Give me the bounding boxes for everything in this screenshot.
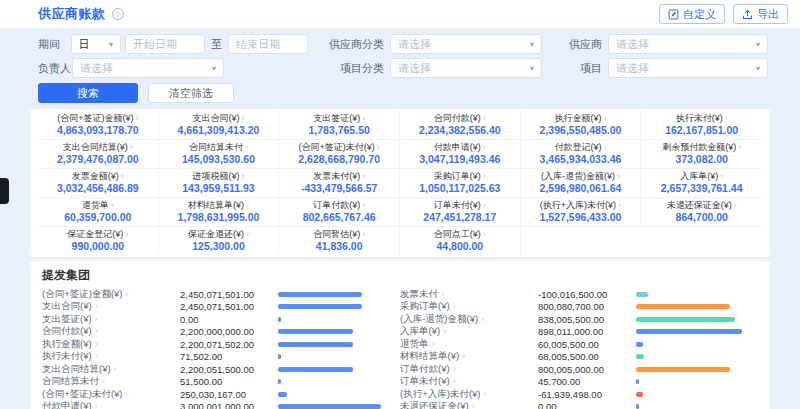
bar — [636, 329, 742, 334]
metric-card[interactable]: 订单未付(¥)› 247,451,278.17 — [400, 198, 521, 227]
group-metric-link[interactable]: 支出合同结算(¥)› — [42, 363, 180, 376]
bar-track — [636, 363, 742, 376]
end-date-input[interactable] — [228, 34, 308, 54]
metric-card[interactable]: 合同暂估(¥)› 41,836.00 — [279, 227, 400, 255]
metric-card[interactable]: 发票未付(¥)› -433,479,566.57 — [279, 169, 400, 198]
export-button[interactable]: 导出 — [733, 4, 788, 24]
project-select[interactable]: 请选择 ▾ — [608, 58, 768, 78]
bar-track — [278, 338, 384, 351]
group-metric-value: 2,200,000,000.00 — [180, 326, 278, 337]
group-metric-link[interactable]: (合同+签证)未付(¥)› — [42, 388, 180, 401]
group-metric-row: 支出签证(¥)› 0.00 — [42, 313, 384, 326]
chevron-right-icon: › — [603, 142, 606, 152]
group-metric-link[interactable]: 支出签证(¥)› — [42, 313, 180, 326]
group-metric-link[interactable]: 入库单(¥)› — [400, 325, 538, 338]
group-metric-link[interactable]: 订单付款(¥)› — [400, 363, 538, 376]
metric-card[interactable]: 支出合同结算(¥)› 2,379,476,087.00 — [38, 140, 159, 169]
caret-down-icon: ▾ — [212, 64, 216, 73]
metric-card[interactable]: 保证金登记(¥)› 990,000.00 — [38, 227, 159, 255]
group-card: 提发集团 (合同+签证)金额(¥)› 2,450,071,501.00 支出合同… — [30, 261, 770, 409]
chevron-right-icon: › — [246, 200, 249, 210]
metric-card[interactable]: 支出签证(¥)› 1,783,765.50 — [279, 111, 400, 140]
group-metric-link[interactable]: 未退还保证金(¥)› — [400, 400, 538, 409]
metric-card[interactable]: 执行金额(¥)› 2,396,550,485.00 — [521, 111, 642, 140]
start-date-input[interactable] — [125, 34, 205, 54]
help-icon[interactable]: ? — [112, 8, 124, 20]
metric-card[interactable]: 合同付款(¥)› 2,234,382,556.40 — [400, 111, 521, 140]
group-metric-link[interactable]: 退货单› — [400, 338, 538, 351]
metric-card[interactable]: 进项税额(¥)› 143,959,511.93 — [159, 169, 280, 198]
group-metric-link[interactable]: 订单未付(¥)› — [400, 375, 538, 388]
metric-label: 合同点工(¥)› — [402, 229, 518, 239]
group-metric-row: 支出合同结算(¥)› 2,200,051,500.00 — [42, 363, 384, 376]
drawer-handle[interactable] — [0, 178, 9, 204]
chevron-right-icon: › — [481, 314, 484, 324]
bar — [278, 379, 281, 384]
metric-card[interactable]: 付款登记(¥)› 3,465,934,033.46 — [521, 140, 642, 169]
metric-value: 802,665,767.46 — [281, 212, 397, 223]
chevron-right-icon: › — [738, 142, 741, 152]
metric-value: 2,234,382,556.40 — [402, 125, 518, 136]
chevron-right-icon: › — [95, 351, 98, 361]
chevron-right-icon: › — [95, 314, 98, 324]
chevron-right-icon: › — [483, 171, 486, 181]
metric-card[interactable]: (执行+入库)未付(¥)› 1,527,596,433.00 — [521, 198, 642, 227]
chevron-right-icon: › — [121, 171, 124, 181]
group-metric-link[interactable]: 采购订单(¥)› — [400, 300, 538, 313]
bar-track — [278, 313, 384, 326]
metric-card[interactable]: (合同+签证)金额(¥)› 4,863,093,178.70 — [38, 111, 159, 140]
metric-card[interactable]: 采购订单(¥)› 1,050,117,025.63 — [400, 169, 521, 198]
metric-card[interactable]: 未退还保证金(¥)› 864,700.00 — [641, 198, 762, 227]
group-metric-value: 0.00 — [538, 401, 636, 409]
metric-value: 145,093,530.60 — [161, 154, 277, 165]
supplier-select[interactable]: 请选择 ▾ — [608, 34, 768, 54]
filter-row-2: 负责人 请选择 ▾ 项目分类 请选择 ▾ 项目 请选择 ▾ — [38, 58, 770, 78]
group-metric-link[interactable]: 材料结算单(¥)› — [400, 350, 538, 363]
group-metric-link[interactable]: (合同+签证)金额(¥)› — [42, 288, 180, 301]
period-unit-select[interactable]: 日 ▾ — [71, 34, 121, 54]
metric-card[interactable]: 材料结算单(¥)› 1,798,631,995.00 — [159, 198, 280, 227]
metric-card[interactable]: 入库单(¥)› 2,657,339,761.44 — [641, 169, 762, 198]
group-metric-link[interactable]: 支出合同(¥)› — [42, 300, 180, 313]
clear-filters-button[interactable]: 清空筛选 — [148, 83, 234, 103]
project-category-label: 项目分类 — [322, 61, 384, 76]
metric-card[interactable]: 执行未付(¥)› 162,167,851.00 — [641, 111, 762, 140]
metric-card[interactable]: 发票金额(¥)› 3,032,456,486.89 — [38, 169, 159, 198]
metric-card[interactable]: 保证金退还(¥)› 125,300.00 — [159, 227, 280, 255]
group-metric-link[interactable]: 发票未付› — [400, 288, 538, 301]
caret-down-icon: ▾ — [530, 40, 534, 49]
caret-down-icon: ▾ — [756, 64, 760, 73]
metric-card[interactable]: 合同点工(¥)› 44,800.00 — [400, 227, 521, 255]
metric-cell-empty — [641, 227, 762, 255]
metric-card[interactable]: 支出合同(¥)› 4,661,309,413.20 — [159, 111, 280, 140]
search-button[interactable]: 搜索 — [38, 83, 138, 103]
group-metric-link[interactable]: 付款申请(¥)› — [42, 400, 180, 409]
metric-card[interactable]: 剩余预付款金额(¥)› 373,082.00 — [641, 140, 762, 169]
group-metric-link[interactable]: 执行未付(¥)› — [42, 350, 180, 363]
metric-card[interactable]: 订单付款(¥)› 802,665,767.46 — [279, 198, 400, 227]
group-metric-value: 2,200,051,500.00 — [180, 364, 278, 375]
metric-card[interactable]: 付款申请(¥)› 3,047,119,493.46 — [400, 140, 521, 169]
bar-track — [636, 376, 742, 389]
chevron-right-icon: › — [362, 113, 365, 123]
metric-card[interactable]: 退货单› 60,359,700.00 — [38, 198, 159, 227]
group-metric-link[interactable]: 执行金额(¥)› — [42, 338, 180, 351]
group-metric-link[interactable]: 合同付款(¥)› — [42, 325, 180, 338]
metric-card[interactable]: 合同结算未付› 145,093,530.60 — [159, 140, 280, 169]
group-metric-row: 支出合同(¥)› 2,450,071,501.00 — [42, 301, 384, 314]
date-to-label: 至 — [211, 37, 222, 52]
period-unit-value: 日 — [79, 37, 90, 52]
group-metric-link[interactable]: (入库-退货)金额(¥)› — [400, 313, 538, 326]
group-metric-link[interactable]: (执行+入库)未付(¥)› — [400, 388, 538, 401]
metrics-grid: (合同+签证)金额(¥)› 4,863,093,178.70 支出合同(¥)› … — [38, 111, 762, 255]
chevron-right-icon: › — [135, 113, 138, 123]
customize-button[interactable]: 自定义 — [659, 4, 725, 24]
project-category-select[interactable]: 请选择 ▾ — [390, 58, 542, 78]
metric-label: 未退还保证金(¥)› — [643, 200, 760, 210]
metric-label: 合同暂估(¥)› — [281, 229, 397, 239]
group-metric-link[interactable]: 合同结算未付› — [42, 375, 180, 388]
owner-select[interactable]: 请选择 ▾ — [72, 58, 224, 78]
metric-card[interactable]: (合同+签证)未付(¥)› 2,628,668,790.70 — [279, 140, 400, 169]
supplier-category-select[interactable]: 请选择 ▾ — [390, 34, 542, 54]
metric-card[interactable]: (入库-退货)金额(¥)› 2,596,980,061.64 — [521, 169, 642, 198]
